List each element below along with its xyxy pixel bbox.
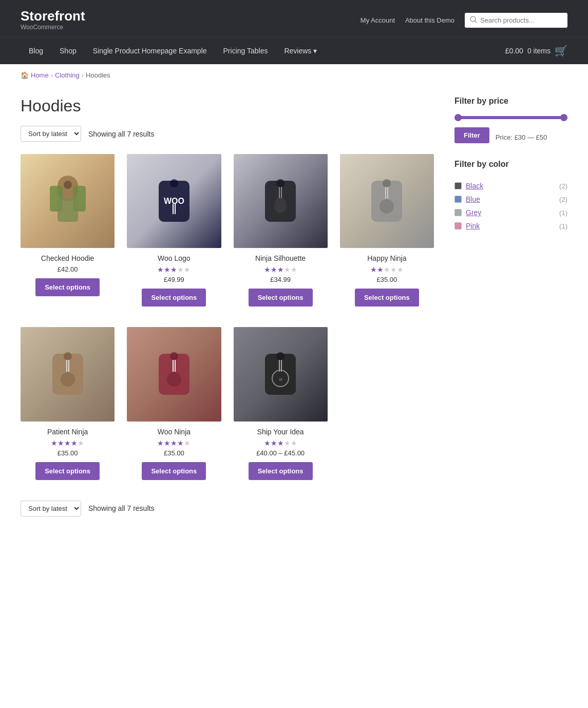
filter-price-title: Filter by price [454,97,567,106]
result-count-bottom: Showing all 7 results [88,504,154,512]
select-options-happy-ninja[interactable]: Select options [355,289,419,307]
product-image-woo-ninja [127,327,221,421]
search-icon [470,16,477,25]
star-rating-woo-ninja: ★★★★★ [157,439,191,447]
sidebar: Filter by price Filter Price: £30 — £50 … [454,97,567,516]
product-card-patient-ninja: Patient Ninja ★★★★★ £35.00 Select option… [21,327,115,480]
star-rating-woo-logo: ★★★★★ [157,265,191,274]
product-image-ship-your-idea: ☠ [234,327,328,421]
svg-rect-5 [58,199,78,222]
star-rating-patient-ninja: ★★★★★ [51,439,84,447]
product-price-woo-ninja: £35.00 [164,449,184,457]
price-slider-handle-left[interactable] [454,114,462,121]
select-options-patient-ninja[interactable]: Select options [35,462,100,480]
cart-icon: 🛒 [555,45,567,57]
price-range-text: Price: £30 — £50 [496,133,547,141]
my-account-link[interactable]: My Account [361,16,395,24]
price-slider-handle-right[interactable] [560,114,567,121]
product-name-ninja-silhouette: Ninja Silhouette [255,254,306,262]
nav-blog[interactable]: Blog [21,37,51,64]
color-filter-left-blue: Blue [454,195,480,203]
svg-text:WOO: WOO [164,197,184,205]
product-card-happy-ninja: Happy Ninja ★★★★★ £35.00 Select options [340,154,434,307]
sort-select-bottom[interactable]: Sort by latest [21,501,81,516]
empty-cell [340,327,434,480]
color-filter-item-blue: Blue (2) [454,193,567,206]
site-title: Storefront [21,9,85,23]
product-image-checked-hoodie [21,154,115,248]
content-area: Hoodies Sort by latest Showing all 7 res… [21,97,434,516]
star-rating-happy-ninja: ★★★★★ [370,265,404,274]
product-card-woo-logo: WOO Woo Logo ★★★★★ £49.99 Select options [127,154,221,307]
nav-pricing-tables[interactable]: Pricing Tables [215,37,276,64]
svg-point-16 [274,198,287,213]
breadcrumb-clothing[interactable]: Clothing [55,71,80,79]
select-options-ninja-silhouette[interactable]: Select options [249,289,313,307]
header-account-nav: My Account About this Demo [352,16,454,24]
page-title: Hoodies [21,97,434,116]
search-input[interactable] [480,16,562,24]
product-name-woo-logo: Woo Logo [158,254,191,262]
breadcrumb-sep2: › [82,71,84,79]
nav-single-product[interactable]: Single Product Homepage Example [85,37,215,64]
about-demo-link[interactable]: About this Demo [405,16,454,24]
cart-amount: £0.00 [505,47,523,55]
select-options-woo-ninja[interactable]: Select options [142,462,206,480]
color-label-blue[interactable]: Blue [466,195,480,203]
color-filter-left-grey: Grey [454,208,481,217]
svg-point-18 [383,179,391,187]
product-image-happy-ninja [340,154,434,248]
products-grid-row1: Checked Hoodie £42.00 Select options WOO… [21,154,434,307]
widget-filter-price: Filter by price Filter Price: £30 — £50 [454,97,567,147]
color-swatch-black [454,182,462,189]
cart-info[interactable]: £0.00 0 items 🛒 [505,45,567,57]
filter-color-title: Filter by color [454,160,567,169]
color-filter-list: Black (2) Blue (2) Grey (1) [454,179,567,233]
widget-filter-color: Filter by color Black (2) Blue (2) [454,160,567,233]
filter-price-button[interactable]: Filter [454,127,489,143]
filter-row: Filter Price: £30 — £50 [454,127,567,147]
breadcrumb-home[interactable]: Home [31,71,49,79]
color-filter-item-grey: Grey (1) [454,206,567,219]
product-price-woo-logo: £49.99 [164,276,184,283]
select-options-checked-hoodie[interactable]: Select options [35,278,100,296]
site-description: WooCommerce [21,24,85,31]
breadcrumb: 🏠 Home › Clothing › Hoodies [0,64,588,86]
svg-line-1 [475,21,477,23]
product-name-woo-ninja: Woo Ninja [158,428,191,436]
product-name-ship-your-idea: Ship Your Idea [257,428,304,436]
select-options-woo-logo[interactable]: Select options [142,289,206,307]
svg-point-33 [276,352,284,360]
svg-point-21 [380,199,394,214]
sort-select-top[interactable]: Sort by latest [21,126,81,142]
nav-shop[interactable]: Shop [51,37,85,64]
product-card-checked-hoodie: Checked Hoodie £42.00 Select options [21,154,115,307]
nav-reviews[interactable]: Reviews ▾ [276,37,325,64]
color-label-grey[interactable]: Grey [466,208,481,217]
color-count-blue: (2) [559,196,567,203]
site-branding: Storefront WooCommerce [21,9,85,31]
search-form[interactable] [465,13,567,28]
product-image-ninja-silhouette [234,154,328,248]
svg-point-23 [64,352,72,360]
star-rating-ship-your-idea: ★★★★★ [264,439,297,447]
product-price-checked-hoodie: £42.00 [58,265,78,273]
product-price-happy-ninja: £35.00 [376,276,397,283]
star-rating-ninja-silhouette: ★★★★★ [264,265,297,274]
svg-point-26 [61,372,75,387]
color-swatch-pink [454,222,462,229]
color-count-black: (2) [559,182,567,190]
header-right: My Account About this Demo [352,13,567,28]
price-slider-track [454,116,567,119]
product-price-ship-your-idea: £40.00 – £45.00 [256,449,305,457]
color-label-black[interactable]: Black [466,182,483,190]
select-options-ship-your-idea[interactable]: Select options [249,462,313,480]
color-filter-item-pink: Pink (1) [454,219,567,233]
main-nav-links: Blog Shop Single Product Homepage Exampl… [21,37,325,64]
color-filter-left-pink: Pink [454,222,480,230]
site-header: Storefront WooCommerce My Account About … [0,0,588,64]
color-label-pink[interactable]: Pink [466,222,480,230]
breadcrumb-sep1: › [51,71,53,79]
product-card-ninja-silhouette: Ninja Silhouette ★★★★★ £34.99 Select opt… [234,154,328,307]
products-grid-row2: Patient Ninja ★★★★★ £35.00 Select option… [21,327,434,480]
